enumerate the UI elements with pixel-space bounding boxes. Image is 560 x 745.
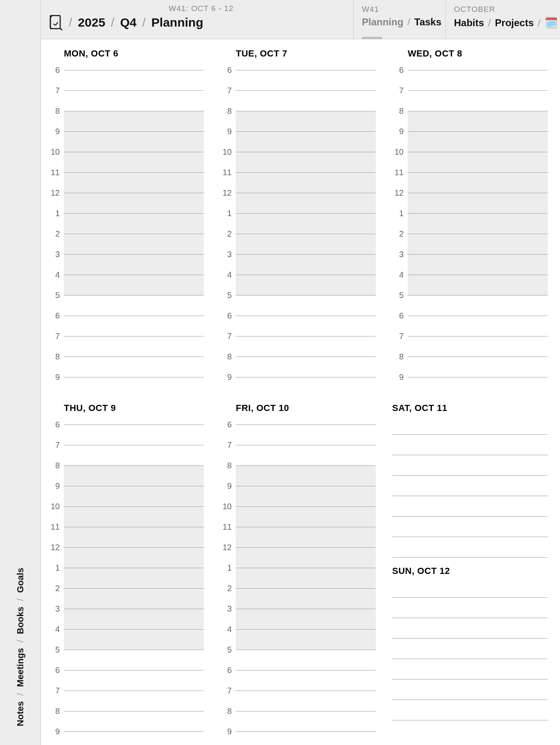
planner-logo-icon[interactable] (49, 15, 63, 30)
rail-link-meetings[interactable]: Meetings (15, 646, 26, 689)
hour-row[interactable]: 7 (48, 680, 204, 701)
note-line[interactable] (392, 659, 548, 680)
hour-row[interactable]: 2 (48, 224, 204, 244)
hour-row[interactable]: 7 (392, 80, 548, 101)
hour-row[interactable]: 6 (220, 414, 376, 435)
hour-row[interactable]: 2 (392, 224, 548, 244)
hour-row[interactable]: 3 (220, 598, 376, 619)
breadcrumb-quarter[interactable]: Q4 (120, 16, 136, 29)
week-link-tasks[interactable]: Tasks (414, 16, 441, 28)
hour-row[interactable]: 6 (48, 414, 204, 435)
hour-row[interactable]: 4 (220, 619, 376, 639)
hour-row[interactable]: 9 (392, 367, 548, 387)
hour-row[interactable]: 7 (220, 80, 376, 101)
rail-link-notes[interactable]: Notes (15, 699, 26, 729)
hour-row[interactable]: 9 (220, 476, 376, 496)
hour-rows-wed[interactable]: 6789101112123456789 (392, 60, 548, 387)
calendar-icon[interactable]: 🗓️ (544, 16, 558, 29)
month-link-habits[interactable]: Habits (454, 17, 484, 29)
hour-row[interactable]: 6 (220, 305, 376, 326)
hour-row[interactable]: 2 (220, 224, 376, 244)
hour-row[interactable]: 9 (220, 367, 376, 387)
hour-row[interactable]: 4 (48, 619, 204, 639)
hour-row[interactable]: 10 (220, 142, 376, 162)
note-line[interactable] (392, 435, 548, 455)
hour-row[interactable]: 2 (220, 578, 376, 598)
note-line[interactable] (392, 700, 548, 720)
hour-row[interactable]: 7 (220, 680, 376, 701)
note-line[interactable] (392, 598, 548, 618)
hour-row[interactable]: 11 (220, 517, 376, 537)
hour-rows-tue[interactable]: 6789101112123456789 (220, 60, 376, 387)
hour-row[interactable]: 8 (220, 346, 376, 367)
hour-row[interactable]: 11 (48, 162, 204, 183)
hour-row[interactable]: 7 (48, 326, 204, 346)
hour-row[interactable]: 1 (48, 203, 204, 224)
hour-row[interactable]: 5 (48, 285, 204, 305)
note-line[interactable] (392, 496, 548, 517)
breadcrumb-year[interactable]: 2025 (78, 16, 105, 29)
hour-row[interactable]: 8 (392, 101, 548, 121)
hour-row[interactable]: 5 (220, 639, 376, 660)
note-line[interactable] (392, 577, 548, 598)
week-link-planning[interactable]: Planning (362, 16, 403, 28)
note-line[interactable] (392, 618, 548, 639)
breadcrumb-page[interactable]: Planning (151, 16, 203, 29)
hour-row[interactable]: 12 (220, 537, 376, 558)
hour-row[interactable]: 10 (48, 496, 204, 517)
hour-row[interactable]: 9 (48, 367, 204, 387)
hour-row[interactable]: 3 (220, 244, 376, 264)
hour-rows-mon[interactable]: 6789101112123456789 (48, 60, 204, 387)
hour-row[interactable]: 12 (48, 537, 204, 558)
hour-rows-thu[interactable]: 6789101112123456789 (48, 414, 204, 742)
hour-row[interactable]: 8 (220, 701, 376, 721)
hour-row[interactable]: 7 (220, 326, 376, 346)
hour-row[interactable]: 8 (392, 346, 548, 367)
hour-row[interactable]: 12 (220, 183, 376, 203)
hour-row[interactable]: 4 (220, 264, 376, 285)
hour-row[interactable]: 6 (220, 660, 376, 680)
hour-row[interactable]: 9 (48, 121, 204, 142)
note-line[interactable] (392, 414, 548, 435)
hour-row[interactable]: 6 (220, 60, 376, 80)
hour-row[interactable]: 7 (392, 326, 548, 346)
hour-row[interactable]: 1 (48, 558, 204, 578)
hour-row[interactable]: 6 (392, 60, 548, 80)
hour-row[interactable]: 12 (392, 183, 548, 203)
hour-row[interactable]: 1 (220, 558, 376, 578)
hour-row[interactable]: 6 (392, 305, 548, 326)
lines-sun[interactable] (392, 577, 548, 720)
hour-row[interactable]: 3 (392, 244, 548, 264)
hour-row[interactable]: 11 (48, 517, 204, 537)
hour-row[interactable]: 7 (48, 435, 204, 455)
note-line[interactable] (392, 455, 548, 476)
hour-row[interactable]: 2 (48, 578, 204, 598)
hour-row[interactable]: 9 (392, 121, 548, 142)
hour-row[interactable]: 7 (220, 435, 376, 455)
hour-row[interactable]: 6 (48, 660, 204, 680)
hour-row[interactable]: 12 (48, 183, 204, 203)
hour-row[interactable]: 9 (48, 476, 204, 496)
hour-row[interactable]: 8 (48, 701, 204, 721)
rail-link-books[interactable]: Books (15, 604, 26, 637)
hour-row[interactable]: 6 (48, 305, 204, 326)
hour-row[interactable]: 5 (48, 639, 204, 660)
hour-row[interactable]: 3 (48, 598, 204, 619)
note-line[interactable] (392, 476, 548, 496)
hour-row[interactable]: 6 (48, 60, 204, 80)
hour-row[interactable]: 5 (392, 285, 548, 305)
hour-row[interactable]: 8 (48, 101, 204, 121)
hour-row[interactable]: 8 (48, 455, 204, 476)
note-line[interactable] (392, 537, 548, 558)
hour-row[interactable]: 9 (220, 721, 376, 742)
hour-row[interactable]: 10 (48, 142, 204, 162)
hour-row[interactable]: 8 (48, 346, 204, 367)
hour-row[interactable]: 8 (220, 455, 376, 476)
note-line[interactable] (392, 680, 548, 700)
note-line[interactable] (392, 517, 548, 537)
hour-row[interactable]: 11 (392, 162, 548, 183)
hour-row[interactable]: 1 (392, 203, 548, 224)
rail-link-goals[interactable]: Goals (15, 565, 26, 595)
hour-row[interactable]: 7 (48, 80, 204, 101)
hour-row[interactable]: 11 (220, 162, 376, 183)
